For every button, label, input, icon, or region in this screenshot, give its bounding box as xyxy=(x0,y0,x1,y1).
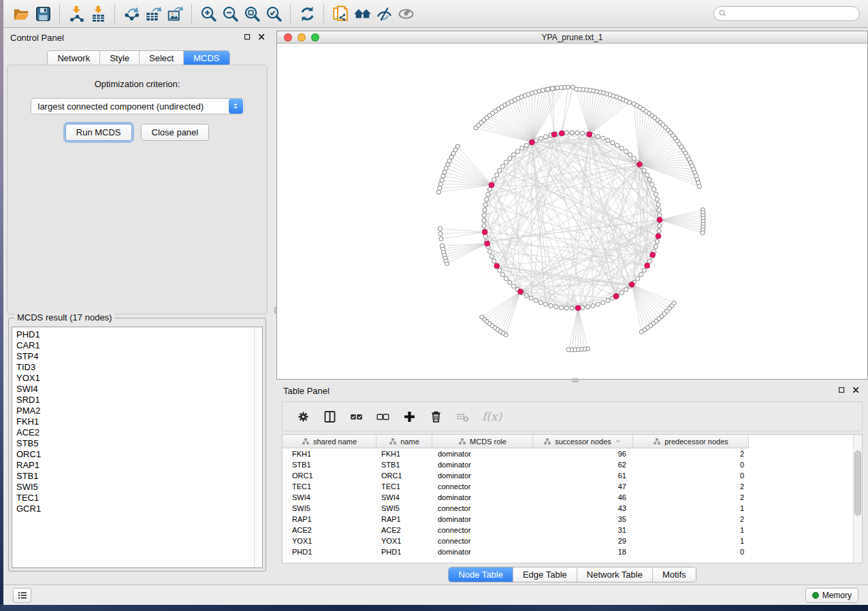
delete-columns-icon[interactable] xyxy=(426,407,445,426)
table-row[interactable]: TEC1TEC1connector472 xyxy=(283,481,862,492)
horizontal-splitter-handle[interactable] xyxy=(572,378,579,382)
show-columns-icon[interactable] xyxy=(320,407,339,426)
function-builder-icon[interactable]: f(x) xyxy=(479,410,502,423)
table-row[interactable]: YOX1YOX1connector291 xyxy=(283,535,862,546)
result-list-scrollbar[interactable] xyxy=(254,327,262,567)
table-row[interactable]: SWI4SWI4dominator462 xyxy=(283,492,862,503)
tab-edge-table[interactable]: Edge Table xyxy=(513,567,577,582)
close-table-panel-icon[interactable] xyxy=(852,386,861,395)
save-session-icon[interactable] xyxy=(32,3,54,24)
mcds-result-item[interactable]: ORC1 xyxy=(16,449,262,460)
optimization-criterion-select[interactable]: largest connected component (undirected) xyxy=(31,98,244,114)
tab-network[interactable]: Network xyxy=(48,51,100,65)
column-header-successor-nodes[interactable]: successor nodes xyxy=(533,435,633,448)
mcds-result-item[interactable]: FKH1 xyxy=(16,416,262,427)
toggle-graphics-details-icon[interactable] xyxy=(373,3,395,24)
table-cell: FKH1 xyxy=(376,448,432,459)
mcds-result-item[interactable]: TEC1 xyxy=(16,493,262,503)
select-stepper-icon xyxy=(229,99,243,114)
run-mcds-button[interactable]: Run MCDS xyxy=(65,124,132,141)
table-cell: STB1 xyxy=(283,459,376,470)
table-cell: 31 xyxy=(533,525,633,535)
refresh-layout-icon[interactable] xyxy=(296,3,318,24)
float-table-panel-icon[interactable] xyxy=(837,386,847,395)
automation-panel-button[interactable] xyxy=(13,588,31,603)
tab-network-table[interactable]: Network Table xyxy=(577,567,653,582)
import-network-icon[interactable] xyxy=(65,3,87,24)
new-network-document-icon[interactable] xyxy=(329,3,351,24)
export-image-icon[interactable] xyxy=(164,3,186,24)
mcds-tab-content: Optimization criterion: largest connecte… xyxy=(7,65,268,314)
mcds-result-item[interactable]: SWI5 xyxy=(16,482,262,493)
network-canvas[interactable] xyxy=(277,44,867,379)
table-row[interactable]: SWI5SWI5connector431 xyxy=(283,503,862,514)
window-maximize-icon[interactable] xyxy=(311,33,319,42)
mcds-result-item[interactable]: STB5 xyxy=(16,438,262,449)
mcds-result-item[interactable]: SWI4 xyxy=(16,384,262,395)
column-header-MCDS-role[interactable]: MCDS role xyxy=(432,435,533,448)
mcds-result-group: MCDS result (17 nodes) PHD1CAR1STP4TID3Y… xyxy=(8,318,266,572)
mcds-result-item[interactable]: SRD1 xyxy=(16,395,262,406)
control-panel-title: Control Panel xyxy=(10,33,64,43)
tab-motifs[interactable]: Motifs xyxy=(653,567,696,582)
close-panel-button[interactable]: Close panel xyxy=(141,124,210,141)
table-row[interactable]: ACE2ACE2connector311 xyxy=(283,525,862,535)
window-close-icon[interactable] xyxy=(284,33,292,42)
zoom-out-icon[interactable] xyxy=(219,3,241,24)
zoom-selected-icon[interactable] xyxy=(263,3,285,24)
delete-table-icon[interactable] xyxy=(453,407,472,426)
mcds-result-item[interactable]: YOX1 xyxy=(16,373,262,384)
table-panel: Table Panel f(x) shared namenameMCDS rol… xyxy=(276,381,868,584)
table-cell: 96 xyxy=(533,448,633,459)
export-network-icon[interactable] xyxy=(120,3,142,24)
zoom-fit-icon[interactable] xyxy=(241,3,263,24)
open-file-icon[interactable] xyxy=(10,3,32,24)
select-all-columns-icon[interactable] xyxy=(347,407,366,426)
mcds-result-item[interactable]: STB1 xyxy=(16,471,262,482)
mcds-result-item[interactable]: STP4 xyxy=(16,351,262,362)
table-settings-icon[interactable] xyxy=(293,407,312,426)
table-cell: 0 xyxy=(633,546,749,557)
home-networks-icon[interactable] xyxy=(351,3,373,24)
zoom-in-icon[interactable] xyxy=(197,3,219,24)
table-row[interactable]: RAP1RAP1dominator352 xyxy=(283,514,862,525)
network-window-titlebar[interactable]: YPA_prune.txt_1 xyxy=(277,31,867,44)
table-cell: 46 xyxy=(533,492,633,503)
table-scrollbar[interactable] xyxy=(853,435,862,563)
table-row[interactable]: STB1STB1dominator620 xyxy=(283,459,862,470)
close-panel-icon[interactable] xyxy=(257,33,267,42)
mcds-result-list[interactable]: PHD1CAR1STP4TID3YOX1SWI4SRD1PMA2FKH1ACE2… xyxy=(12,327,263,568)
memory-button[interactable]: Memory xyxy=(805,588,858,603)
column-header-name[interactable]: name xyxy=(376,435,432,448)
mcds-result-item[interactable]: GCR1 xyxy=(16,503,262,514)
tab-mcds[interactable]: MCDS xyxy=(184,51,229,65)
birds-eye-view-icon[interactable] xyxy=(395,3,417,24)
table-row[interactable]: ORC1ORC1dominator610 xyxy=(283,470,862,481)
mcds-result-item[interactable]: ACE2 xyxy=(16,427,262,438)
table-row[interactable]: FKH1FKH1dominator962 xyxy=(283,448,862,459)
window-minimize-icon[interactable] xyxy=(298,33,306,42)
mcds-result-item[interactable]: PMA2 xyxy=(16,406,262,416)
main-toolbar xyxy=(3,0,868,28)
table-scrollbar-thumb[interactable] xyxy=(854,450,861,516)
tab-style[interactable]: Style xyxy=(100,51,140,65)
import-table-icon[interactable] xyxy=(87,3,109,24)
mcds-result-item[interactable]: RAP1 xyxy=(16,460,262,471)
create-column-icon[interactable] xyxy=(400,407,419,426)
network-graph[interactable] xyxy=(277,44,867,380)
mcds-result-item[interactable]: TID3 xyxy=(16,362,262,373)
node-table[interactable]: shared namenameMCDS rolesuccessor nodesp… xyxy=(282,434,863,563)
tab-select[interactable]: Select xyxy=(140,51,184,65)
mcds-result-item[interactable]: CAR1 xyxy=(16,340,262,351)
application-window: Control Panel NetworkStyleSelectMCDS Opt… xyxy=(3,0,868,605)
tab-node-table[interactable]: Node Table xyxy=(449,567,513,582)
column-header-predecessor-nodes[interactable]: predecessor nodes xyxy=(633,435,749,448)
export-table-icon[interactable] xyxy=(142,3,164,24)
table-cell: 0 xyxy=(633,459,749,470)
unselect-all-columns-icon[interactable] xyxy=(373,407,392,426)
mcds-result-item[interactable]: PHD1 xyxy=(16,329,262,340)
float-panel-icon[interactable] xyxy=(243,33,253,42)
search-input[interactable] xyxy=(713,6,860,21)
column-header-shared-name[interactable]: shared name xyxy=(283,435,376,448)
table-row[interactable]: PHD1PHD1dominator180 xyxy=(283,546,862,557)
